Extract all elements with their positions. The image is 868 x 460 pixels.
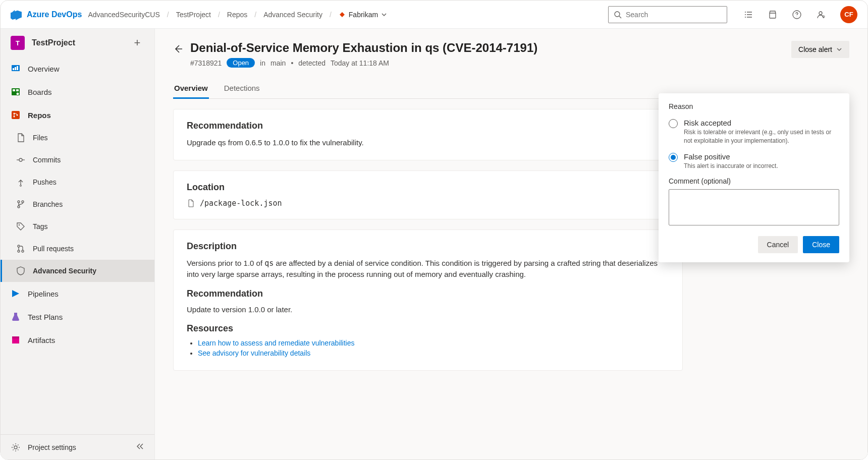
sidebar-label: Pushes (33, 178, 57, 186)
sidebar-item-advanced-security[interactable]: Advanced Security (1, 260, 154, 282)
recommendation-sub-text: Update to version 1.0.0 or later. (187, 304, 669, 316)
svg-rect-0 (340, 12, 345, 17)
card-location: Location /package-lock.json (173, 170, 683, 219)
location-file[interactable]: /package-lock.json (187, 199, 669, 208)
cancel-button[interactable]: Cancel (758, 236, 798, 253)
test-plans-icon (11, 312, 21, 322)
svg-point-1 (615, 12, 620, 17)
svg-point-21 (20, 185, 22, 187)
sidebar-item-pipelines[interactable]: Pipelines (1, 282, 154, 305)
breadcrumb-project[interactable]: TestProject (174, 10, 213, 20)
sidebar-item-boards[interactable]: Boards (1, 80, 154, 103)
commits-icon (16, 155, 26, 165)
search-input[interactable] (626, 11, 722, 19)
tags-icon (16, 221, 26, 232)
pull-requests-icon (16, 244, 26, 254)
sidebar-item-repos[interactable]: Repos (1, 103, 154, 127)
card-description: Description Versions prior to 1.0 of qs … (173, 229, 683, 371)
sidebar-label: Overview (28, 65, 60, 73)
svg-rect-11 (13, 89, 15, 91)
svg-point-31 (14, 446, 17, 449)
shield-icon (16, 266, 26, 276)
radio-input[interactable] (669, 119, 678, 128)
user-avatar[interactable]: CF (840, 6, 857, 23)
sidebar-label: Files (33, 134, 48, 142)
recommendation-sub-heading: Recommendation (187, 289, 669, 299)
sidebar-item-artifacts[interactable]: Artifacts (1, 328, 154, 352)
tab-overview[interactable]: Overview (173, 79, 209, 99)
svg-point-18 (19, 158, 22, 161)
sidebar-item-pull-requests[interactable]: Pull requests (1, 238, 154, 260)
marketplace-icon[interactable] (768, 10, 778, 20)
sidebar-label: Test Plans (28, 313, 63, 321)
user-settings-icon[interactable] (816, 10, 826, 20)
breadcrumb-org[interactable]: AdvancedSecurityCUS (86, 10, 161, 20)
repos-icon (11, 110, 21, 120)
svg-rect-9 (17, 66, 18, 70)
chevron-down-icon (836, 46, 842, 52)
breadcrumb-section[interactable]: Repos (225, 10, 249, 20)
sidebar-label: Repos (28, 111, 51, 120)
brand-logo[interactable]: Azure DevOps (11, 9, 82, 20)
list-icon[interactable] (743, 10, 753, 20)
breadcrumb-repo[interactable]: Fabrikam (337, 10, 389, 20)
radio-false-positive[interactable]: False positive This alert is inaccurate … (669, 152, 839, 170)
svg-point-13 (16, 92, 19, 95)
search-icon (614, 11, 622, 19)
close-button[interactable]: Close (803, 236, 839, 253)
comment-label: Comment (optional) (669, 177, 839, 185)
project-settings-label[interactable]: Project settings (28, 443, 76, 451)
sidebar-label: Branches (33, 200, 63, 208)
back-arrow-icon[interactable] (173, 44, 183, 54)
svg-rect-8 (15, 67, 16, 70)
sidebar-item-test-plans[interactable]: Test Plans (1, 305, 154, 328)
search-box[interactable] (608, 6, 727, 23)
svg-point-28 (22, 250, 24, 252)
repo-icon (339, 11, 346, 18)
svg-rect-14 (12, 111, 20, 119)
close-alert-popover: Reason Risk accepted Risk is tolerable o… (659, 93, 849, 262)
sidebar: T TestProject + Overview Boards Repos (1, 29, 155, 459)
svg-rect-7 (13, 68, 14, 70)
file-icon (187, 199, 195, 207)
sidebar-label: Advanced Security (33, 267, 96, 275)
radio-input[interactable] (669, 153, 678, 162)
sidebar-item-commits[interactable]: Commits (1, 149, 154, 171)
sidebar-label: Tags (33, 222, 48, 231)
files-icon (16, 133, 26, 143)
project-badge: T (11, 36, 25, 50)
brand-text: Azure DevOps (27, 10, 82, 19)
sidebar-label: Boards (28, 88, 52, 96)
status-badge: Open (227, 58, 255, 68)
svg-rect-12 (16, 89, 19, 91)
sidebar-item-branches[interactable]: Branches (1, 193, 154, 215)
branches-icon (16, 199, 26, 209)
collapse-sidebar-icon[interactable] (135, 442, 144, 452)
artifacts-icon (11, 335, 21, 345)
reason-label: Reason (669, 102, 839, 110)
recommendation-heading: Recommendation (187, 121, 669, 131)
resource-link-1[interactable]: Learn how to assess and remediate vulner… (198, 339, 355, 347)
sidebar-label: Artifacts (28, 336, 55, 344)
resource-link-2[interactable]: See advisory for vulnerability details (198, 349, 310, 357)
card-recommendation: Recommendation Upgrade qs from 0.6.5 to … (173, 109, 683, 160)
sidebar-footer: Project settings (1, 434, 154, 459)
gear-icon[interactable] (11, 442, 21, 452)
svg-point-23 (18, 206, 20, 208)
sidebar-item-overview[interactable]: Overview (1, 57, 154, 80)
svg-point-24 (22, 201, 24, 203)
close-alert-button[interactable]: Close alert (791, 41, 849, 58)
add-button[interactable]: + (130, 36, 144, 49)
radio-risk-accepted[interactable]: Risk accepted Risk is tolerable or irrel… (669, 119, 839, 145)
sidebar-item-pushes[interactable]: Pushes (1, 171, 154, 193)
comment-input[interactable] (669, 189, 839, 225)
project-header[interactable]: T TestProject + (1, 29, 154, 57)
sidebar-item-tags[interactable]: Tags (1, 215, 154, 238)
detected-time: Today at 11:18 AM (331, 59, 389, 67)
help-icon[interactable] (792, 10, 802, 20)
sidebar-item-files[interactable]: Files (1, 127, 154, 149)
resources-heading: Resources (187, 323, 669, 334)
tab-detections[interactable]: Detections (223, 79, 261, 98)
breadcrumb-sub[interactable]: Advanced Security (261, 10, 324, 20)
page-meta: #7318921 Open in main • detected Today a… (190, 58, 784, 68)
